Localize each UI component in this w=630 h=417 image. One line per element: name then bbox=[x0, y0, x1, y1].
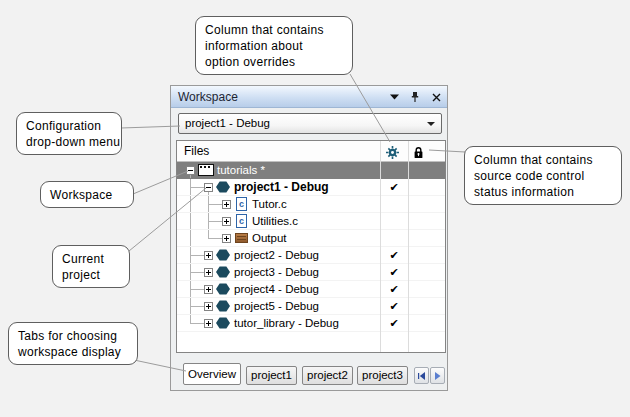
tree-row-project2[interactable]: project2 - Debug ✔ bbox=[177, 247, 445, 264]
project-icon bbox=[216, 249, 230, 261]
expand-box-icon[interactable] bbox=[204, 285, 213, 294]
workspace-titlebar[interactable]: Workspace bbox=[171, 86, 447, 108]
arrow-left-icon bbox=[418, 372, 426, 380]
tree-label: project3 - Debug bbox=[234, 264, 319, 280]
folder-icon bbox=[235, 233, 248, 243]
tree-label: project2 - Debug bbox=[234, 247, 319, 263]
tree-label: project1 - Debug bbox=[234, 179, 329, 195]
callout-text: source code control bbox=[474, 168, 612, 184]
chevron-down-icon[interactable] bbox=[387, 90, 401, 104]
project-icon bbox=[216, 181, 230, 193]
check-icon: ✔ bbox=[380, 298, 408, 314]
callout-option-overrides-column: Column that contains information about o… bbox=[195, 16, 353, 75]
project-icon bbox=[216, 266, 230, 278]
expand-box-icon[interactable] bbox=[204, 268, 213, 277]
tree-label: tutorials * bbox=[217, 162, 265, 178]
files-column-header[interactable]: Files bbox=[184, 141, 209, 161]
expand-box-icon[interactable] bbox=[204, 302, 213, 311]
callout-source-control-column: Column that contains source code control… bbox=[464, 146, 622, 205]
expand-box-icon[interactable] bbox=[222, 234, 231, 243]
expand-box-icon[interactable] bbox=[222, 217, 231, 226]
expand-box-icon[interactable] bbox=[204, 251, 213, 260]
callout-text: Tabs for choosing bbox=[18, 328, 128, 344]
close-icon[interactable] bbox=[429, 90, 443, 104]
callout-workspace: Workspace bbox=[40, 181, 134, 208]
pin-icon[interactable] bbox=[408, 90, 422, 104]
c-file-icon bbox=[236, 214, 247, 228]
callout-text: Workspace bbox=[50, 187, 124, 203]
workspace-icon bbox=[198, 164, 214, 176]
tree-row-project1[interactable]: project1 - Debug ✔ bbox=[177, 179, 445, 196]
collapse-box-icon[interactable] bbox=[186, 166, 195, 175]
chevron-down-icon bbox=[427, 122, 435, 126]
tree-row-project3[interactable]: project3 - Debug ✔ bbox=[177, 264, 445, 281]
tree-row-project4[interactable]: project4 - Debug ✔ bbox=[177, 281, 445, 298]
tree-label: project5 - Debug bbox=[234, 298, 319, 314]
tree-row-project5[interactable]: project5 - Debug ✔ bbox=[177, 298, 445, 315]
tab-scroll-right-button[interactable] bbox=[430, 367, 445, 384]
check-icon: ✔ bbox=[380, 281, 408, 297]
callout-text: workspace display bbox=[18, 344, 128, 360]
tab-project1[interactable]: project1 bbox=[246, 366, 297, 385]
tree-row-output[interactable]: Output bbox=[177, 230, 445, 247]
tree-label: Utilities.c bbox=[252, 213, 298, 229]
scc-column-separator bbox=[408, 141, 409, 352]
tab-scroll-left-button[interactable] bbox=[414, 367, 429, 384]
project-icon bbox=[216, 317, 230, 329]
tree-label: project4 - Debug bbox=[234, 281, 319, 297]
configuration-dropdown-value: project1 - Debug bbox=[185, 114, 270, 133]
arrow-right-icon bbox=[434, 372, 442, 380]
tree-row-tutor-c[interactable]: Tutor.c bbox=[177, 196, 445, 213]
tree-row-tutor-library[interactable]: tutor_library - Debug ✔ bbox=[177, 315, 445, 332]
callout-text: project bbox=[62, 267, 120, 283]
callout-text: Current bbox=[62, 251, 120, 267]
c-file-icon bbox=[236, 197, 247, 211]
project-icon bbox=[216, 283, 230, 295]
files-header: Files bbox=[177, 141, 445, 162]
files-panel: Files tutorials * bbox=[176, 140, 446, 353]
check-icon: ✔ bbox=[380, 315, 408, 331]
tree-label: Tutor.c bbox=[252, 196, 287, 212]
titlebar-icons bbox=[387, 86, 443, 108]
collapse-box-icon[interactable] bbox=[204, 183, 213, 192]
workspace-tree: tutorials * project1 - Debug ✔ Tutor.c bbox=[177, 162, 445, 332]
callout-text: Column that contains bbox=[474, 152, 612, 168]
tree-label: tutor_library - Debug bbox=[234, 315, 339, 331]
callout-text: information about bbox=[205, 38, 343, 54]
window-title: Workspace bbox=[178, 90, 238, 104]
tab-project3[interactable]: project3 bbox=[357, 366, 408, 385]
callout-workspace-tabs: Tabs for choosing workspace display bbox=[8, 322, 138, 365]
callout-text: Configuration bbox=[26, 118, 112, 134]
tree-row-utilities-c[interactable]: Utilities.c bbox=[177, 213, 445, 230]
callout-text: Column that contains bbox=[205, 22, 343, 38]
callout-current-project: Current project bbox=[52, 245, 130, 288]
callout-text: option overrides bbox=[205, 54, 343, 70]
gear-icon[interactable] bbox=[386, 145, 399, 163]
callout-text: status information bbox=[474, 184, 612, 200]
expand-box-icon[interactable] bbox=[204, 319, 213, 328]
options-column-separator bbox=[380, 141, 381, 352]
check-icon: ✔ bbox=[380, 264, 408, 280]
expand-box-icon[interactable] bbox=[222, 200, 231, 209]
workspace-panel: Workspace project1 - Debug Files bbox=[170, 85, 448, 391]
tree-row-workspace[interactable]: tutorials * bbox=[177, 162, 445, 179]
callout-configuration-dropdown: Configuration drop-down menu bbox=[16, 112, 122, 155]
tab-overview[interactable]: Overview bbox=[183, 363, 241, 385]
check-icon: ✔ bbox=[380, 247, 408, 263]
check-icon: ✔ bbox=[380, 179, 408, 195]
project-icon bbox=[216, 300, 230, 312]
tree-label: Output bbox=[252, 230, 287, 246]
lock-icon[interactable] bbox=[413, 145, 424, 163]
callout-text: drop-down menu bbox=[26, 134, 112, 150]
configuration-dropdown[interactable]: project1 - Debug bbox=[178, 113, 442, 134]
tab-project2[interactable]: project2 bbox=[302, 366, 353, 385]
annotated-workspace-figure: Workspace project1 - Debug Files bbox=[0, 0, 630, 417]
